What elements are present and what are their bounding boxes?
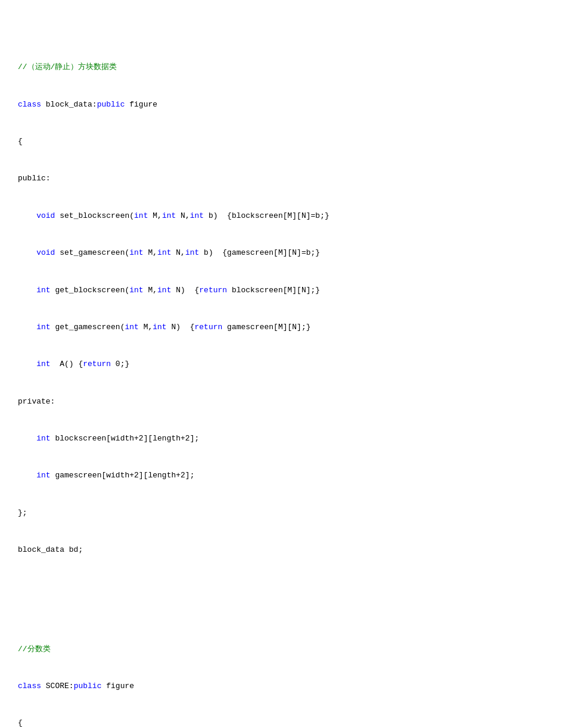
comment-block-data: //（运动/静止）方块数据类 <box>18 61 545 74</box>
blockscreen-var: int blockscreen[width+2][length+2]; <box>18 433 545 445</box>
empty-line-1 <box>18 582 545 594</box>
block-data-instance: block_data bd; <box>18 544 545 557</box>
get-gamescreen-decl: int get_gamescreen(int M,int N) {return … <box>18 321 545 334</box>
gamescreen-var: int gamescreen[width+2][length+2]; <box>18 470 545 482</box>
private-label-1: private: <box>18 396 545 408</box>
comment-score: //分数类 <box>18 643 545 656</box>
comment-text: //（运动/静止）方块数据类 <box>18 63 117 71</box>
close-brace-1: }; <box>18 507 545 520</box>
set-gamescreen-decl: void set_gamescreen(int M,int N,int b) {… <box>18 247 545 260</box>
keyword-public: public <box>97 100 125 109</box>
public-label-1: public: <box>18 173 545 185</box>
open-brace-2: { <box>18 717 545 728</box>
set-blockscreen-decl: void set_blockscreen(int M,int N,int b) … <box>18 210 545 223</box>
get-blockscreen-decl: int get_blockscreen(int M,int N) {return… <box>18 285 545 297</box>
class-score-decl: class SCORE:public figure <box>18 680 545 693</box>
class-block-data-decl: class block_data:public figure <box>18 99 545 111</box>
keyword-class: class <box>18 100 41 109</box>
a-func-1: int A() {return 0;} <box>18 358 545 371</box>
code-container: //（运动/静止）方块数据类 class block_data:public f… <box>18 12 545 728</box>
open-brace-1: { <box>18 136 545 148</box>
keyword-void: void <box>36 211 55 220</box>
